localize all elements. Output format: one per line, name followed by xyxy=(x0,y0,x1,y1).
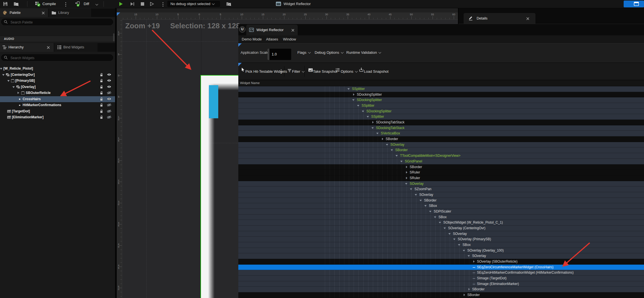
expander-down-icon[interactable] xyxy=(420,200,422,201)
expander-down-icon[interactable] xyxy=(367,116,369,117)
reflector-tree-row-sobjectwidget-w-reticle-pistol-c-1[interactable]: SObjectWidget (W_Reticle_Pistol_C_1) xyxy=(238,220,644,226)
stop-button[interactable] xyxy=(141,2,144,6)
reflector-tree-row-ssplitter[interactable]: SSplitter xyxy=(238,103,644,109)
lock-open-icon[interactable] xyxy=(100,110,103,113)
eye-slash-icon[interactable] xyxy=(107,115,111,119)
reflector-tree-row-soverlay[interactable]: SOverlay xyxy=(238,192,644,198)
reflector-tree-row-soverlay[interactable]: SOverlay xyxy=(238,181,644,187)
reflector-tree-row-sborder[interactable]: SBorder xyxy=(238,292,644,298)
expander-down-icon[interactable] xyxy=(400,161,403,162)
eye-slash-icon[interactable] xyxy=(107,103,111,107)
reflector-tree-row-seqzerocircumferencemarkerwidget-crosshairs[interactable]: SEqZeroCircumferenceMarkerWidget (CrossH… xyxy=(238,265,644,270)
reflector-tree-row-soverlay-primarysb[interactable]: SOverlay (PrimarySB) xyxy=(238,237,644,242)
reflector-tree-row-szoompan[interactable]: SZoomPan xyxy=(238,186,644,192)
expander-down-icon[interactable] xyxy=(391,149,393,151)
menu-demo-mode[interactable]: Demo Mode xyxy=(242,35,262,43)
expander-down-icon[interactable] xyxy=(468,255,470,257)
tab-widget-reflector[interactable]: Widget Reflector xyxy=(246,25,298,35)
expander-right-icon[interactable] xyxy=(406,177,407,179)
expander-down-icon[interactable] xyxy=(415,194,417,196)
palette-search-input[interactable] xyxy=(10,19,110,25)
expander-down-icon[interactable] xyxy=(12,86,15,88)
application-scale-input[interactable]: 1.0 xyxy=(267,49,291,60)
reflector-tree-row-soverlay-sbouterreticle[interactable]: SOverlay (SBOuterReticle) xyxy=(238,259,644,265)
load-snapshot-button[interactable]: Load Snapshot xyxy=(364,69,388,74)
expander-right-icon[interactable] xyxy=(464,294,465,296)
compile-options-icon[interactable] xyxy=(65,2,66,3)
expander-down-icon[interactable] xyxy=(347,88,350,90)
reflector-tree-row-sbox[interactable]: SBox xyxy=(238,215,644,220)
reflector-tree-row-ttoolcompatiblemixin-sdesignerview[interactable]: TToolCompatibleMixin<SDesignerView> xyxy=(238,153,644,159)
reflector-tree-row-sdockingsplitter[interactable]: SDockingSplitter xyxy=(238,109,644,114)
pick-options-icon[interactable] xyxy=(281,69,282,70)
tab-details[interactable]: Details xyxy=(464,13,535,24)
expander-down-icon[interactable] xyxy=(439,222,441,223)
palette-search[interactable] xyxy=(1,19,113,25)
reflector-tree-row-seqzerohitmarkerconfirmationwidget-hitmarkerconfirmations[interactable]: SEqZeroHitMarkerConfirmationWidget (HitM… xyxy=(238,270,644,276)
reflector-tree-row-sverticalbox[interactable]: SVerticalBox xyxy=(238,131,644,136)
eye-icon[interactable] xyxy=(107,79,111,82)
close-icon[interactable] xyxy=(42,12,44,14)
hierarchy-item-hitmarkerconfirmations[interactable]: HitMarkerConfirmations xyxy=(0,102,115,108)
hierarchy-item-centeringovr[interactable]: [CenteringOvr] xyxy=(0,72,115,78)
expander-right-icon[interactable] xyxy=(406,171,407,173)
reflector-tree-row-ssplitter[interactable]: SSplitter xyxy=(238,86,644,92)
browse-debug-icon[interactable] xyxy=(226,1,232,7)
eye-slash-icon[interactable] xyxy=(107,91,111,95)
lock-open-icon[interactable] xyxy=(100,115,103,119)
hierarchy-item-sbouterreticle[interactable]: SBOuterReticle xyxy=(0,90,115,96)
menu-atlases[interactable]: Atlases xyxy=(266,35,278,43)
reflector-tree-row-simage-targetdot[interactable]: SImage (TargetDot) xyxy=(238,276,644,281)
expander-down-icon[interactable] xyxy=(357,105,359,106)
reflector-tree-row-sbox[interactable]: SBox xyxy=(238,242,644,248)
debug-object-dropdown[interactable]: No debug object selected xyxy=(167,1,220,7)
reflector-tree-row-sgridpanel[interactable]: SGridPanel xyxy=(238,159,644,164)
expander-right-icon[interactable] xyxy=(473,260,475,263)
lock-open-icon[interactable] xyxy=(100,91,103,95)
expander-down-icon[interactable] xyxy=(434,216,436,218)
widget-name-column-header[interactable]: Widget Name xyxy=(238,80,644,86)
reflector-tree-row-sdockingsplitter[interactable]: SDockingSplitter xyxy=(238,92,644,98)
close-icon[interactable] xyxy=(526,17,529,20)
reflector-tree-row-sruler[interactable]: SRuler xyxy=(238,175,644,181)
reflector-tree-row-sruler[interactable]: SRuler xyxy=(238,170,644,175)
expander-down-icon[interactable] xyxy=(376,133,379,134)
expander-down-icon[interactable] xyxy=(458,244,460,246)
expander-down-icon[interactable] xyxy=(444,228,446,229)
options-dropdown[interactable]: Options xyxy=(341,69,357,74)
tab-hierarchy[interactable]: Hierarchy xyxy=(0,43,54,52)
lock-open-icon[interactable] xyxy=(100,73,103,77)
eye-icon[interactable] xyxy=(107,73,111,76)
reflector-tree-row-sborder[interactable]: SBorder xyxy=(238,164,644,170)
reflector-tree-row-sborder[interactable]: SBorder xyxy=(238,287,644,292)
reflector-tree-row-sdockingtabstack[interactable]: SDockingTabStack xyxy=(238,120,644,125)
expander-right-icon[interactable] xyxy=(382,138,383,140)
expander-down-icon[interactable] xyxy=(453,239,455,240)
compile-icon[interactable] xyxy=(35,1,41,7)
hierarchy-item-w-reticle-pistol[interactable]: [W_Reticle_Pistol] xyxy=(0,66,115,72)
expander-down-icon[interactable] xyxy=(7,80,10,82)
palette-category-audio[interactable]: AUDIO xyxy=(0,36,115,42)
eye-icon[interactable] xyxy=(107,97,111,100)
widget-search[interactable] xyxy=(1,54,113,61)
expander-down-icon[interactable] xyxy=(362,111,364,112)
diff-icon[interactable] xyxy=(75,1,81,7)
tab-palette[interactable]: Palette xyxy=(0,8,48,17)
lock-open-icon[interactable] xyxy=(100,103,103,107)
reflector-tree-row-soverlay[interactable]: SOverlay xyxy=(238,231,644,237)
expander-down-icon[interactable] xyxy=(396,155,398,156)
layout-button[interactable] xyxy=(624,1,644,7)
reflector-tree-row-simage-eliminationmarker[interactable]: SImage (EliminationMarker) xyxy=(238,281,644,287)
compile-button[interactable]: Compile xyxy=(42,0,56,8)
close-icon[interactable] xyxy=(291,29,294,31)
hierarchy-item-crosshairs[interactable]: CrossHairs xyxy=(0,96,115,102)
debug-options-dropdown[interactable]: Debug Options xyxy=(315,50,343,55)
lock-open-icon[interactable] xyxy=(100,79,103,83)
reflector-tree-row-sborder[interactable]: SBorder xyxy=(238,136,644,142)
reflector-tree-row-sbox[interactable]: SBox xyxy=(238,203,644,209)
expander-right-icon[interactable] xyxy=(353,93,355,96)
expander-down-icon[interactable] xyxy=(424,205,427,207)
expander-right-icon[interactable] xyxy=(406,166,407,168)
expander-down-icon[interactable] xyxy=(352,99,355,101)
runtime-validation-dropdown[interactable]: Runtime Validation xyxy=(346,50,381,55)
